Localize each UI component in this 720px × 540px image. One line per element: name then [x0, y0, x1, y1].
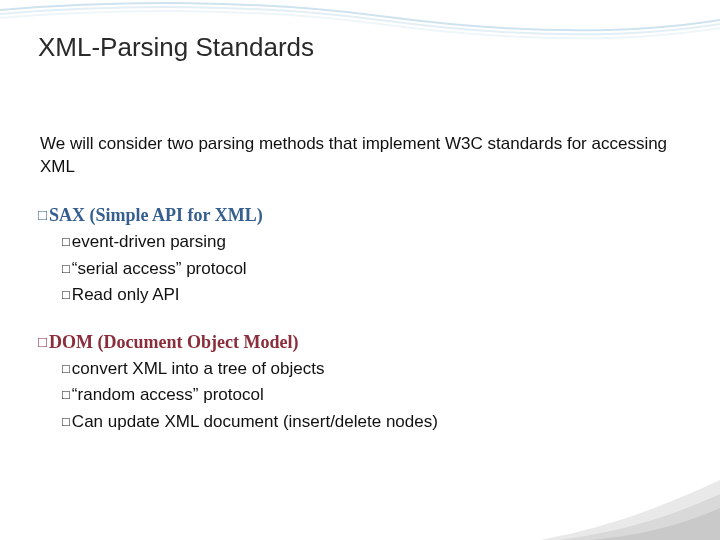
square-bullet-icon: □	[62, 234, 70, 249]
square-bullet-icon: □	[62, 287, 70, 302]
section-heading-sax: □SAX (Simple API for XML)	[38, 205, 682, 226]
square-bullet-icon: □	[62, 414, 70, 429]
section-dom: □DOM (Document Object Model) □convert XM…	[38, 332, 682, 435]
square-bullet-icon: □	[38, 206, 47, 223]
list-item: □Can update XML document (insert/delete …	[62, 410, 682, 435]
list-item: □convert XML into a tree of objects	[62, 357, 682, 382]
square-bullet-icon: □	[62, 361, 70, 376]
list-item: □event-driven parsing	[62, 230, 682, 255]
list-item: □Read only API	[62, 283, 682, 308]
list-item: □“serial access” protocol	[62, 257, 682, 282]
list-item: □“random access” protocol	[62, 383, 682, 408]
square-bullet-icon: □	[38, 333, 47, 350]
square-bullet-icon: □	[62, 387, 70, 402]
intro-paragraph: We will consider two parsing methods tha…	[38, 133, 682, 179]
slide-body: XML-Parsing Standards We will consider t…	[0, 0, 720, 435]
section-heading-dom: □DOM (Document Object Model)	[38, 332, 682, 353]
section-sax: □SAX (Simple API for XML) □event-driven …	[38, 205, 682, 308]
slide-title: XML-Parsing Standards	[38, 32, 682, 63]
section-heading-sax-text: SAX (Simple API for XML)	[49, 205, 263, 225]
square-bullet-icon: □	[62, 261, 70, 276]
section-heading-dom-text: DOM (Document Object Model)	[49, 332, 298, 352]
decorative-corner-bottom-right	[540, 450, 720, 540]
